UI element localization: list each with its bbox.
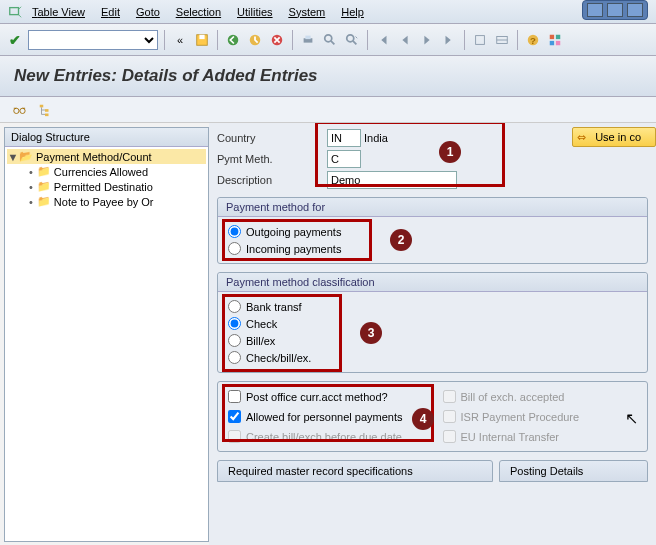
description-label: Description [217,174,327,186]
payment-classification-group: Payment method classification Bank trans… [217,272,648,373]
checkbillex-radio[interactable] [228,351,241,364]
annotation-badge-1: 1 [439,141,461,163]
menu-system[interactable]: System [281,6,334,18]
payment-method-for-group: Payment method for Outgoing payments Inc… [217,197,648,264]
isr-check: ISR Payment Procedure [443,408,580,425]
svg-text:?: ? [530,34,536,45]
toolbar: ✔ « ? [0,24,656,56]
country-label: Country [217,132,327,144]
incoming-radio[interactable] [228,242,241,255]
check-option[interactable]: Check [228,315,637,332]
tree-label: Payment Method/Count [36,151,152,163]
app-toolbar [0,97,656,123]
nav-back-icon[interactable] [224,31,242,49]
tab-posting-details[interactable]: Posting Details [499,460,648,482]
svg-point-19 [14,108,19,113]
group-header: Payment method for [218,198,647,217]
prev-icon[interactable] [396,31,414,49]
nav-exit-icon[interactable] [246,31,264,49]
menu-selection[interactable]: Selection [168,6,229,18]
menu-help[interactable]: Help [333,6,372,18]
tree-icon[interactable] [36,101,54,119]
glasses-icon[interactable] [10,101,28,119]
banktransf-option[interactable]: Bank transf [228,298,637,315]
tree-label: Permitted Destinatio [54,181,153,193]
window-controls[interactable] [582,0,648,20]
country-input[interactable] [327,129,361,147]
outgoing-option[interactable]: Outgoing payments [228,223,637,240]
svg-rect-21 [40,104,44,107]
annotation-badge-4: 4 [412,408,434,430]
find-icon[interactable] [321,31,339,49]
svg-point-20 [20,108,25,113]
menu-goto[interactable]: Goto [128,6,168,18]
menu-bar: Table View Edit Goto Selection Utilities… [0,0,656,24]
tree-header: Dialog Structure [5,128,208,147]
createbill-check: Create bill/exch.before due date [228,428,403,445]
incoming-option[interactable]: Incoming payments [228,240,637,257]
menu-tableview[interactable]: Table View [24,6,93,18]
page-title: New Entries: Details of Added Entries [14,66,642,86]
svg-rect-22 [45,109,49,112]
menu-utilities[interactable]: Utilities [229,6,280,18]
last-icon[interactable] [440,31,458,49]
nav-cancel-icon[interactable] [268,31,286,49]
billex-option[interactable]: Bill/ex [228,332,637,349]
menu-edit[interactable]: Edit [93,6,128,18]
svg-point-9 [347,34,354,41]
print-icon[interactable] [299,31,317,49]
svg-rect-10 [476,35,485,44]
additional-options-group: Post office curr.acct method? Allowed fo… [217,381,648,452]
svg-rect-17 [550,40,554,44]
svg-rect-16 [556,34,560,38]
tree-node-root[interactable]: ▼📂Payment Method/Count [7,149,206,164]
next-icon[interactable] [418,31,436,49]
command-field[interactable] [28,30,158,50]
use-in-country-button[interactable]: ⇔Use in co [572,127,656,147]
tree-label: Note to Payee by Or [54,196,154,208]
cursor-icon: ↖ [625,409,638,428]
tab-bar: Required master record specifications Po… [217,460,648,482]
svg-point-8 [325,34,332,41]
tree-label: Currencies Allowed [54,166,148,178]
ok-icon[interactable]: ✔ [6,31,24,49]
first-icon[interactable] [374,31,392,49]
svg-rect-15 [550,34,554,38]
annotation-badge-2: 2 [390,229,412,251]
annotation-badge-3: 3 [360,322,382,344]
tab-master-record[interactable]: Required master record specifications [217,460,493,482]
svg-rect-18 [556,40,560,44]
outgoing-radio[interactable] [228,225,241,238]
postoffice-check[interactable]: Post office curr.acct method? [228,388,403,405]
save-icon[interactable] [193,31,211,49]
billex-radio[interactable] [228,334,241,347]
svg-rect-2 [199,34,204,38]
page-title-bar: New Entries: Details of Added Entries [0,56,656,97]
help-icon[interactable]: ? [524,31,542,49]
checkbillex-option[interactable]: Check/bill/ex. [228,349,637,366]
description-input[interactable] [327,171,457,189]
tool1-icon[interactable] [471,31,489,49]
tree-node[interactable]: •📁Note to Payee by Or [7,194,206,209]
pymtmeth-input[interactable] [327,150,361,168]
svg-rect-23 [45,113,49,116]
findnext-icon[interactable] [343,31,361,49]
eu-check: EU Internal Transfer [443,428,580,445]
country-name: India [364,132,388,144]
tool2-icon[interactable] [493,31,511,49]
menu-icon[interactable] [6,3,24,21]
layout-icon[interactable] [546,31,564,49]
detail-area: ⇔Use in co Country India Pymt Meth. Desc… [209,123,656,545]
pymtmeth-label: Pymt Meth. [217,153,327,165]
svg-rect-7 [305,35,310,39]
dialog-structure-tree[interactable]: Dialog Structure ▼📂Payment Method/Count … [4,127,209,542]
tree-node[interactable]: •📁Permitted Destinatio [7,179,206,194]
banktransf-radio[interactable] [228,300,241,313]
billaccepted-check: Bill of exch. accepted [443,388,580,405]
check-radio[interactable] [228,317,241,330]
group-header: Payment method classification [218,273,647,292]
personnel-check[interactable]: Allowed for personnel payments [228,408,403,425]
tree-node[interactable]: •📁Currencies Allowed [7,164,206,179]
svg-rect-0 [10,7,19,14]
back-icon[interactable]: « [171,31,189,49]
